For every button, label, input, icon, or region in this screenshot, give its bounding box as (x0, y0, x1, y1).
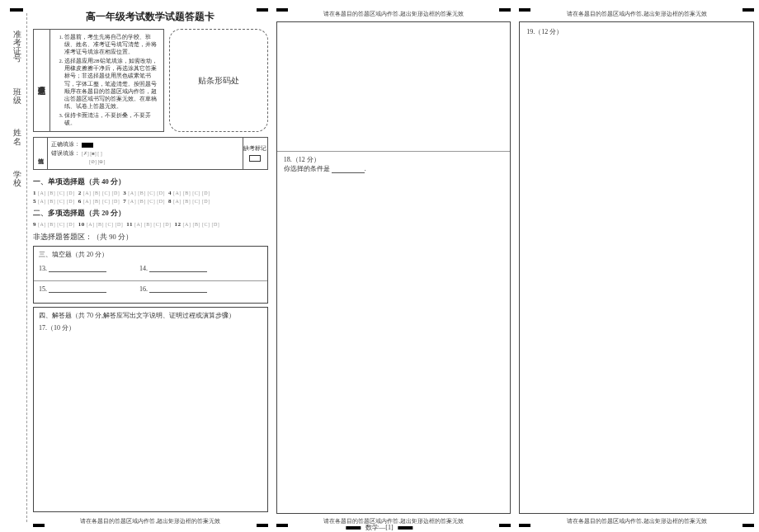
column-3: 请在各题目的答题区域内作答,超出矩形边框的答案无效 19.（12 分） 请在各题… (519, 8, 754, 527)
q15-label: 15. (39, 285, 47, 293)
reg-mark (257, 524, 268, 527)
absent-box: 缺考标记 (243, 138, 267, 169)
q18-prompt: 你选择的条件是 (284, 165, 330, 172)
non-mc-head: 非选择题答题区：（共 90 分） (33, 233, 268, 242)
q19-label: 19.（12 分） (526, 27, 747, 36)
q18-answer-area[interactable] (284, 173, 504, 508)
bubbles[interactable]: [A] [B] [C] [D] (173, 191, 210, 195)
reg-mark (519, 8, 530, 12)
q-num: 8 (168, 198, 172, 205)
q-num: 11 (126, 221, 133, 228)
sheet-title: 高一年级考试数学试题答题卡 (33, 10, 268, 24)
q14-label: 14. (139, 265, 148, 272)
reg-mark (257, 8, 268, 12)
notice-box: 注意事项 答题前，考生先将自己的学校、班级、姓名、准考证号填写清楚，并将准考证号… (33, 29, 164, 132)
long-answer-box: 四、解答题（共 70 分,解答应写出文字说明、证明过程或演算步骤） 17.（10… (33, 307, 268, 512)
bottom-warning: 请在各题目的答题区域内作答,超出矩形边框的答案无效 (33, 516, 268, 527)
wrong-fill-syms: [✗] [■] [ ] (82, 151, 102, 156)
q17-continued-area[interactable] (284, 27, 504, 151)
fill-example-body: 正确填涂： 错误填涂： [✗] [■] [ ] [⊘] [⊕] (48, 138, 243, 169)
fill-blank-box: 三、填空题（共 20 分） 13. 14. 15. 16. (33, 246, 268, 304)
q18-label: 18.（12 分） (284, 155, 504, 164)
notice-item: 保持卡面清洁，不要折叠，不要弄破。 (64, 111, 159, 126)
section4-head: 四、解答题（共 70 分,解答应写出文字说明、证明过程或演算步骤） (39, 311, 262, 320)
q-num: 12 (175, 221, 182, 228)
bubbles[interactable]: [A] [B] [C] [D] (83, 191, 120, 195)
q-num: 6 (78, 198, 82, 205)
q-num: 2 (78, 190, 82, 196)
reg-mark (346, 526, 361, 530)
mc-row: 5 [A] [B] [C] [D] 6 [A] [B] [C] [D] 7 [A… (33, 198, 268, 205)
reg-mark (742, 8, 754, 12)
blank[interactable] (332, 165, 365, 173)
notice-text: 答题前，考生先将自己的学校、班级、姓名、准考证号填写清楚，并将准考证号填涂在相应… (50, 30, 163, 131)
page-footer: 数学—[1] (346, 523, 412, 532)
spine-label-name: 姓名 (11, 122, 22, 139)
bubbles[interactable]: [A] [B] [C] [D] (128, 191, 165, 195)
bubbles[interactable]: [A] [B] [C] [D] (128, 199, 165, 204)
section1-head: 一、单项选择题（共 40 分） (33, 177, 268, 187)
q13-label: 13. (39, 265, 47, 272)
bubbles[interactable]: [A] [B] [C] [D] (173, 199, 210, 204)
notice-item: 选择题应用2B铅笔填涂，如需改动，用橡皮擦擦干净后，再选涂其它答案标号；非选择题… (64, 57, 159, 110)
column-1: 高一年级考试数学试题答题卡 注意事项 答题前，考生先将自己的学校、班级、姓名、准… (33, 8, 268, 527)
bubbles[interactable]: [A] [B] [C] [D] (83, 199, 120, 204)
binding-spine: 准考证号 班级 姓名 学校 (5, 8, 28, 527)
top-warning: 请在各题目的答题区域内作答,超出矩形边框的答案无效 (519, 8, 754, 20)
page-number: 数学—[1] (365, 523, 393, 532)
q-num: 4 (168, 190, 172, 196)
reg-mark (499, 524, 511, 527)
answer-box-col3: 19.（12 分） (519, 21, 754, 514)
barcode-area: 贴条形码处 (169, 29, 268, 132)
blank[interactable] (49, 285, 106, 293)
wrong-fill-label: 错误填涂： (51, 150, 80, 157)
absent-checkbox[interactable] (249, 155, 261, 162)
spine-label-school: 学校 (11, 163, 22, 180)
q17-label: 17.（10 分） (39, 323, 262, 332)
reg-mark (33, 524, 45, 527)
blank[interactable] (149, 264, 207, 272)
bottom-warning: 请在各题目的答题区域内作答,超出矩形边框的答案无效 (519, 516, 754, 527)
divider (34, 280, 267, 281)
q-num: 7 (123, 198, 126, 205)
reg-mark (742, 524, 754, 527)
reg-mark (499, 8, 511, 12)
q-num: 9 (33, 221, 36, 228)
spine-label-examno: 准考证号 (11, 23, 22, 56)
section3-head: 三、填空题（共 20 分） (39, 250, 262, 259)
bubbles[interactable]: [A] [B] [C] [D] (38, 191, 75, 195)
wrong-fill-syms2: [⊘] [⊕] (89, 159, 106, 164)
bubbles[interactable]: [A] [B] [C] [D] (38, 199, 75, 204)
bubbles[interactable]: [A] [B] [C] [D] (183, 222, 220, 227)
notice-label: 注意事项 (34, 30, 50, 131)
fill-example-box: 填涂范例 正确填涂： 错误填涂： [✗] [■] [ ] [⊘] [⊕] 缺考标… (33, 137, 268, 170)
reg-mark (276, 524, 288, 527)
bubbles[interactable]: [A] [B] [C] [D] (38, 222, 75, 227)
barcode-label: 贴条形码处 (198, 75, 239, 87)
fold-line (26, 13, 27, 522)
column-2: 请在各题目的答题区域内作答,超出矩形边框的答案无效 18.（12 分） 你选择的… (276, 8, 512, 527)
q16-label: 16. (139, 285, 148, 293)
fill-example-label: 填涂范例 (34, 138, 48, 169)
notice-item: 答题前，考生先将自己的学校、班级、姓名、准考证号填写清楚，并将准考证号填涂在相应… (64, 33, 159, 55)
bubbles[interactable]: [A] [B] [C] [D] (134, 222, 172, 227)
answer-box-col2: 18.（12 分） 你选择的条件是 . (276, 21, 512, 514)
q19-answer-area[interactable] (526, 36, 747, 508)
q-num: 5 (33, 198, 36, 205)
bubbles[interactable]: [A] [B] [C] [D] (87, 222, 124, 227)
q-num: 10 (78, 221, 85, 228)
mc-row: 1 [A] [B] [C] [D] 2 [A] [B] [C] [D] 3 [A… (33, 190, 268, 196)
section2-head: 二、多项选择题（共 20 分） (33, 209, 268, 219)
blank[interactable] (149, 285, 207, 293)
q-num: 3 (123, 190, 126, 196)
blank[interactable] (49, 264, 106, 272)
absent-label: 缺考标记 (243, 144, 266, 153)
reg-mark (519, 524, 530, 527)
mc-row: 9 [A] [B] [C] [D] 10 [A] [B] [C] [D] 11 … (33, 221, 268, 228)
reg-mark (398, 526, 413, 530)
top-warning: 请在各题目的答题区域内作答,超出矩形边框的答案无效 (276, 8, 512, 20)
spine-label-class: 班级 (11, 81, 22, 97)
correct-fill-label: 正确填涂： (51, 141, 80, 148)
reg-mark (10, 8, 23, 12)
reg-mark (276, 8, 288, 12)
